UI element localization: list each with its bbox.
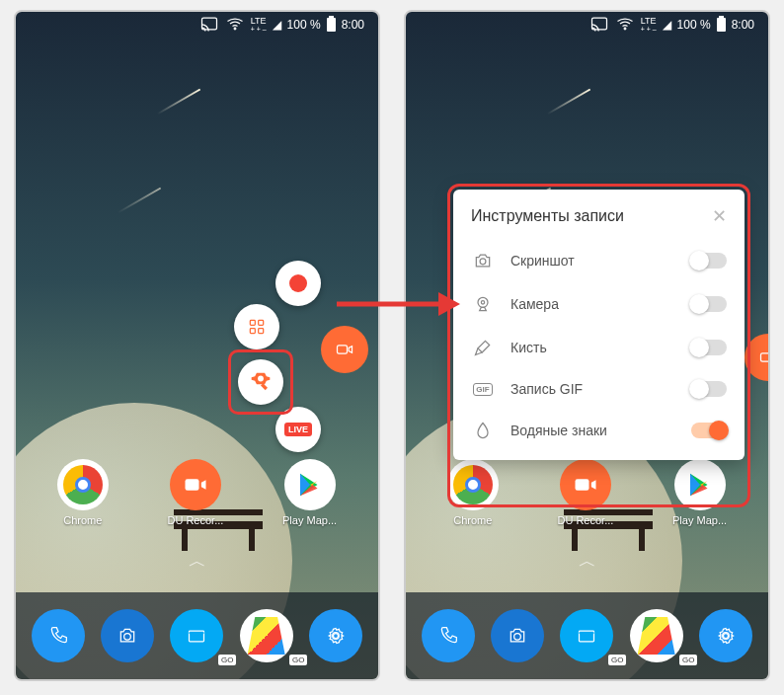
svg-point-16	[478, 297, 488, 307]
svg-point-19	[514, 634, 521, 641]
app-chrome[interactable]: Chrome	[447, 459, 499, 526]
fab-live-button[interactable]: LIVE	[275, 407, 321, 452]
network-label: LTE+ + –	[641, 17, 657, 33]
clock-text: 8:00	[732, 18, 754, 32]
row-label: Камера	[510, 296, 675, 312]
svg-rect-10	[190, 631, 204, 642]
go-badge: GO	[289, 655, 307, 665]
dock-mail[interactable]	[170, 609, 223, 662]
dialog-close-button[interactable]: ✕	[712, 205, 727, 227]
chrome-icon	[447, 459, 499, 510]
svg-point-17	[481, 301, 484, 304]
dialog-row-gif: GIF Запись GIF	[453, 369, 745, 409]
play-store-icon	[284, 459, 336, 510]
go-badge: GO	[218, 655, 236, 665]
app-label: Chrome	[453, 514, 492, 526]
cast-icon	[589, 14, 609, 37]
du-recorder-icon	[560, 459, 611, 510]
toggle-brush[interactable]	[691, 340, 727, 355]
tools-dialog: Инструменты записи ✕ Скриншот Камера	[453, 190, 745, 460]
svg-rect-5	[259, 329, 264, 334]
home-apps-row: Chrome DU Recor... Play Мар...	[16, 459, 378, 526]
app-chrome[interactable]: Chrome	[57, 459, 109, 526]
svg-point-15	[480, 259, 486, 265]
toggle-screenshot[interactable]	[691, 253, 727, 269]
toggle-camera[interactable]	[691, 296, 727, 312]
toggle-watermark[interactable]	[691, 423, 727, 438]
app-du-recorder[interactable]: DU Recor...	[557, 459, 613, 526]
svg-rect-8	[185, 479, 198, 491]
row-label: Кисть	[510, 340, 675, 355]
svg-point-9	[124, 634, 131, 641]
svg-rect-18	[575, 479, 588, 491]
svg-rect-7	[338, 346, 348, 353]
wallpaper-star	[547, 89, 590, 116]
svg-point-11	[333, 634, 338, 639]
live-badge: LIVE	[284, 423, 312, 436]
svg-rect-3	[259, 320, 264, 325]
gif-icon: GIF	[471, 383, 495, 396]
fab-record-button[interactable]	[275, 261, 321, 306]
app-drawer-handle[interactable]: ︿	[189, 549, 206, 573]
go-badge: GO	[679, 655, 697, 665]
home-apps-row: Chrome DU Recor... Play Мар...	[406, 459, 768, 526]
svg-point-1	[234, 28, 236, 30]
battery-icon	[717, 18, 726, 32]
chrome-icon	[57, 459, 109, 510]
dock-maps[interactable]	[240, 609, 293, 662]
toggle-gif[interactable]	[691, 381, 727, 397]
dock-settings[interactable]	[309, 609, 362, 662]
webcam-icon	[471, 294, 495, 314]
water-icon	[471, 421, 495, 440]
svg-rect-4	[250, 329, 255, 334]
app-play-store[interactable]: Play Мар...	[672, 459, 727, 526]
cast-icon	[199, 14, 219, 37]
svg-rect-2	[250, 320, 255, 325]
row-label: Запись GIF	[510, 381, 675, 397]
dock-phone[interactable]	[32, 609, 85, 662]
battery-text: 100 %	[287, 18, 321, 32]
wallpaper-star	[157, 89, 200, 116]
svg-point-13	[624, 28, 626, 30]
fab-main-button[interactable]	[321, 326, 368, 373]
signal-icon: ◢	[663, 18, 671, 32]
dock-camera[interactable]	[101, 609, 154, 662]
app-label: Chrome	[63, 514, 102, 526]
du-recorder-icon	[170, 459, 221, 510]
battery-text: 100 %	[677, 18, 711, 32]
app-drawer-handle[interactable]: ︿	[579, 549, 596, 573]
dock-camera[interactable]	[491, 609, 544, 662]
go-badge: GO	[608, 655, 626, 665]
phone-right: LTE+ + – ◢ 100 % 8:00 Инструменты записи…	[404, 10, 770, 681]
svg-point-6	[258, 376, 264, 382]
dock: GO GO	[406, 592, 768, 679]
dialog-row-watermark: Водяные знаки	[453, 409, 745, 452]
app-play-store[interactable]: Play Мар...	[282, 459, 337, 526]
dialog-row-brush: Кисть	[453, 326, 745, 369]
app-label: Play Мар...	[672, 514, 727, 526]
dock-mail[interactable]	[560, 609, 613, 662]
status-bar: LTE+ + – ◢ 100 % 8:00	[406, 12, 768, 38]
dock-phone[interactable]	[422, 609, 475, 662]
app-du-recorder[interactable]: DU Recor...	[167, 459, 223, 526]
dock-settings[interactable]	[699, 609, 752, 662]
dock-maps[interactable]	[630, 609, 683, 662]
app-label: DU Recor...	[557, 514, 613, 526]
wallpaper-star	[118, 188, 161, 214]
svg-rect-14	[761, 353, 771, 361]
fab-main-button[interactable]	[745, 334, 770, 381]
brush-icon	[471, 338, 495, 357]
fab-tools-button[interactable]	[238, 359, 283, 405]
app-label: Play Мар...	[282, 514, 337, 526]
network-label: LTE+ + –	[251, 17, 267, 33]
app-label: DU Recor...	[167, 514, 223, 526]
wifi-icon	[615, 14, 635, 37]
wifi-icon	[225, 14, 245, 37]
phone-left: LTE+ + – ◢ 100 % 8:00 LIVE Chrome	[14, 10, 380, 681]
dialog-row-camera: Камера	[453, 282, 745, 326]
signal-icon: ◢	[273, 18, 281, 32]
fab-apps-button[interactable]	[234, 304, 279, 349]
row-label: Водяные знаки	[510, 423, 675, 438]
camera-icon	[471, 251, 495, 270]
play-store-icon	[674, 459, 726, 510]
